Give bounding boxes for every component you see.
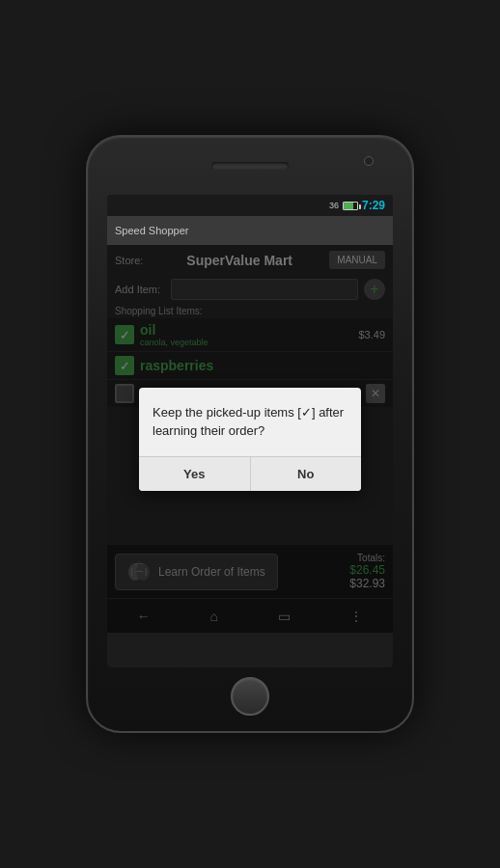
physical-home-button[interactable]: [231, 677, 269, 716]
status-time: 7:29: [362, 199, 385, 212]
dialog-buttons: Yes No: [139, 457, 361, 491]
front-camera: [364, 156, 374, 166]
dialog-message: Keep the picked-up items [✓] after learn…: [139, 388, 361, 457]
app-toolbar: Speed Shopper: [107, 216, 393, 245]
dialog-yes-button[interactable]: Yes: [139, 457, 251, 491]
phone-top-bar: [88, 137, 412, 195]
app-title: Speed Shopper: [115, 225, 188, 236]
phone-device: 36 7:29 Speed Shopper Store: SuperValue …: [86, 135, 414, 733]
dialog-overlay: Keep the picked-up items [✓] after learn…: [107, 245, 393, 633]
speaker-grill: [211, 162, 289, 170]
battery-icon: [343, 202, 358, 210]
dialog-no-button[interactable]: No: [251, 457, 362, 491]
signal-strength: 36: [329, 201, 339, 210]
battery-fill: [344, 203, 354, 209]
screen: 36 7:29 Speed Shopper Store: SuperValue …: [107, 195, 393, 667]
phone-bottom-bar: [88, 667, 412, 725]
dialog-box: Keep the picked-up items [✓] after learn…: [139, 388, 361, 491]
status-bar: 36 7:29: [107, 195, 393, 216]
